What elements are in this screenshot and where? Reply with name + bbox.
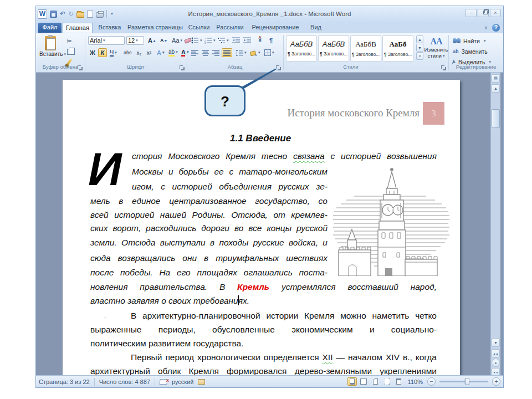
text-effects-icon: А <box>157 49 161 56</box>
paragraph-dialog-launcher[interactable] <box>275 65 281 70</box>
paragraph-line: всей историей нашей Родины. Отсюда, от к… <box>90 210 328 221</box>
grow-font-button[interactable]: А▲ <box>147 36 157 45</box>
restore-button[interactable] <box>478 9 489 17</box>
collapse-ribbon-button[interactable]: ∧ <box>484 25 488 30</box>
help-button[interactable]: ? <box>492 24 500 32</box>
tab-mailings[interactable]: Рассылки <box>213 23 247 33</box>
subscript-button[interactable]: x₂ <box>135 48 144 57</box>
ribbon: Вставить ✂ Буфер обмена Arial 12 А▲ А▼ А… <box>36 33 503 73</box>
bold-button[interactable]: Ж <box>88 48 97 57</box>
numbering-icon: 123 <box>204 37 212 44</box>
strikethrough-icon: abc <box>124 50 132 55</box>
decrease-indent-icon <box>232 37 240 44</box>
font-group-label: Шрифт <box>86 64 186 70</box>
vertical-scrollbar[interactable]: ▤ ▲ ▼ ▲▲ ● ▼▼ <box>490 73 500 375</box>
browse-next-button[interactable]: ▼▼ <box>492 368 500 375</box>
select-browse-object-button[interactable]: ● <box>492 359 500 367</box>
change-case-button[interactable]: Аа <box>171 36 183 45</box>
draft-view-button[interactable] <box>394 377 403 386</box>
kremlin-tower-image[interactable] <box>332 164 451 276</box>
clipboard-dialog-launcher[interactable] <box>77 65 83 70</box>
tab-insert[interactable]: Вставка <box>95 23 125 33</box>
strikethrough-button[interactable]: abc <box>122 48 133 57</box>
language-indicator[interactable]: русский <box>172 378 193 385</box>
print-layout-view-button[interactable] <box>347 377 357 386</box>
shading-button[interactable] <box>249 48 262 57</box>
align-right-button[interactable] <box>211 48 221 57</box>
ruler-toggle-button[interactable]: ▤ <box>492 74 500 83</box>
style-card-heading3[interactable]: АаБбВ ¶ Заголово... <box>350 35 381 62</box>
word-count[interactable]: Число слов: 4 887 <box>99 378 150 385</box>
style-name: ¶ Заголово... <box>383 52 413 57</box>
tab-view[interactable]: Вид <box>305 23 326 33</box>
sort-button[interactable]: АЯ <box>255 35 264 44</box>
zoom-slider-thumb[interactable] <box>465 378 469 385</box>
outline-view-button[interactable] <box>382 377 392 386</box>
copy-button[interactable] <box>65 47 74 56</box>
web-layout-view-button[interactable] <box>371 377 380 386</box>
align-left-button[interactable] <box>190 48 200 57</box>
font-color-button[interactable]: А <box>180 48 190 57</box>
styles-scroll-up-button[interactable]: ▲ <box>416 35 423 43</box>
justify-button[interactable] <box>222 48 232 57</box>
replace-button[interactable]: abЗаменить <box>453 47 488 55</box>
tab-file[interactable]: Файл <box>38 23 62 33</box>
increase-indent-button[interactable] <box>242 36 252 45</box>
tab-references[interactable]: Ссылки <box>186 23 212 33</box>
scroll-down-button[interactable]: ▼ <box>492 339 500 347</box>
styles-gallery-expand-button[interactable]: ≡ <box>416 52 423 60</box>
pilcrow-icon: ¶ <box>320 51 323 57</box>
proofing-panel-icon[interactable] <box>198 379 205 385</box>
drop-cap: И <box>88 147 121 191</box>
text-effects-button[interactable]: А <box>156 48 165 57</box>
spelling-status-icon[interactable] <box>159 379 167 385</box>
question-callout[interactable]: ? <box>204 85 245 116</box>
change-styles-button[interactable]: АА Изменить стили <box>424 37 448 59</box>
multilevel-list-button[interactable] <box>217 36 230 45</box>
underline-button[interactable]: Ч <box>109 48 118 57</box>
style-card-heading4[interactable]: АаБб ¶ Заголово... <box>382 35 413 62</box>
styles-dialog-launcher[interactable] <box>441 65 446 70</box>
styles-scroll-down-button[interactable]: ▼ <box>416 44 423 52</box>
font-dialog-launcher[interactable] <box>179 65 185 70</box>
show-marks-button[interactable]: ¶ <box>267 36 275 45</box>
minimize-button[interactable]: – <box>466 9 477 17</box>
text-run: устремлялся восставший народ, <box>269 282 437 291</box>
bullets-button[interactable] <box>190 36 203 45</box>
numbering-button[interactable]: 123 <box>203 36 217 45</box>
change-case-icon: Аа <box>172 37 180 44</box>
page-indicator[interactable]: Страница: 3 из 22 <box>39 378 90 385</box>
tab-review[interactable]: Рецензирование <box>248 23 303 33</box>
scroll-up-button[interactable]: ▲ <box>492 84 500 93</box>
style-card-heading1[interactable]: АаБбВ ¶ Заголово... <box>286 35 317 62</box>
shrink-font-button[interactable]: А▼ <box>159 36 168 45</box>
cut-button[interactable]: ✂ <box>65 37 74 45</box>
font-name-combo[interactable]: Arial <box>88 36 125 45</box>
decrease-indent-button[interactable] <box>231 36 241 45</box>
tab-home[interactable]: Главная <box>63 23 93 33</box>
underline-icon: Ч <box>110 49 114 57</box>
scrollbar-thumb[interactable] <box>492 109 500 128</box>
line-spacing-button[interactable] <box>234 48 248 57</box>
full-screen-reading-view-button[interactable] <box>359 377 369 386</box>
zoom-slider-tick <box>464 379 464 384</box>
paragraph-line: выраженные периоды, обусловленные эконом… <box>90 325 437 336</box>
highlight-button[interactable]: ab <box>167 48 179 57</box>
tab-page-layout[interactable]: Разметка страницы <box>126 23 185 33</box>
close-button[interactable]: × <box>490 9 501 17</box>
styles-group-label: Стили <box>284 64 417 70</box>
style-card-heading2[interactable]: АаБбВ ¶ Заголово... <box>318 35 349 62</box>
italic-button[interactable]: К <box>98 48 107 57</box>
zoom-out-button[interactable]: − <box>427 377 436 386</box>
browse-previous-button[interactable]: ▲▲ <box>492 349 500 357</box>
zoom-in-button[interactable]: + <box>492 377 500 386</box>
zoom-level[interactable]: 110% <box>408 378 423 385</box>
status-separator <box>155 378 155 386</box>
font-size-combo[interactable]: 12 <box>126 36 144 45</box>
superscript-button[interactable]: x² <box>145 48 154 57</box>
borders-button[interactable] <box>263 48 275 57</box>
window-controls: – × <box>466 9 501 17</box>
find-button[interactable]: Найти <box>453 37 485 45</box>
zoom-slider[interactable] <box>439 381 488 382</box>
align-center-button[interactable] <box>201 48 210 57</box>
